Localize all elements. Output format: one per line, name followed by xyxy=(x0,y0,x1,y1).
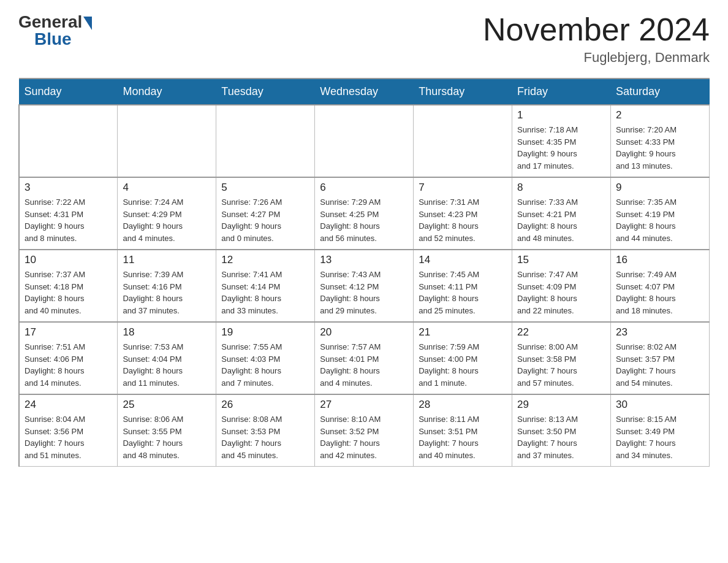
day-info: Sunrise: 8:00 AMSunset: 3:58 PMDaylight:… xyxy=(517,341,605,389)
day-info: Sunrise: 7:26 AMSunset: 4:27 PMDaylight:… xyxy=(221,196,309,244)
table-row: 29Sunrise: 8:13 AMSunset: 3:50 PMDayligh… xyxy=(512,394,611,467)
table-row: 22Sunrise: 8:00 AMSunset: 3:58 PMDayligh… xyxy=(512,322,611,394)
table-row: 27Sunrise: 8:10 AMSunset: 3:52 PMDayligh… xyxy=(315,394,414,467)
logo-triangle-icon xyxy=(83,17,92,30)
table-row: 11Sunrise: 7:39 AMSunset: 4:16 PMDayligh… xyxy=(118,250,216,322)
table-row: 18Sunrise: 7:53 AMSunset: 4:04 PMDayligh… xyxy=(118,322,216,394)
table-row xyxy=(216,105,315,177)
header-wednesday: Wednesday xyxy=(315,79,414,105)
table-row: 7Sunrise: 7:31 AMSunset: 4:23 PMDaylight… xyxy=(414,177,512,250)
day-info: Sunrise: 7:49 AMSunset: 4:07 PMDaylight:… xyxy=(616,269,704,316)
table-row xyxy=(414,105,512,177)
day-info: Sunrise: 7:35 AMSunset: 4:19 PMDaylight:… xyxy=(616,196,704,244)
day-number: 18 xyxy=(123,326,211,339)
day-info: Sunrise: 7:29 AMSunset: 4:25 PMDaylight:… xyxy=(320,196,408,244)
table-row: 17Sunrise: 7:51 AMSunset: 4:06 PMDayligh… xyxy=(19,322,118,394)
table-row: 24Sunrise: 8:04 AMSunset: 3:56 PMDayligh… xyxy=(19,394,118,467)
day-info: Sunrise: 8:02 AMSunset: 3:57 PMDaylight:… xyxy=(616,341,704,389)
day-info: Sunrise: 7:51 AMSunset: 4:06 PMDaylight:… xyxy=(25,341,112,389)
day-info: Sunrise: 8:11 AMSunset: 3:51 PMDaylight:… xyxy=(419,413,507,461)
day-number: 30 xyxy=(616,399,704,411)
header-thursday: Thursday xyxy=(414,79,512,105)
logo: General Blue xyxy=(18,12,92,49)
table-row: 5Sunrise: 7:26 AMSunset: 4:27 PMDaylight… xyxy=(216,177,315,250)
day-number: 10 xyxy=(25,254,112,266)
day-number: 23 xyxy=(616,326,704,339)
table-row: 25Sunrise: 8:06 AMSunset: 3:55 PMDayligh… xyxy=(118,394,216,467)
table-row: 9Sunrise: 7:35 AMSunset: 4:19 PMDaylight… xyxy=(611,177,710,250)
day-number: 19 xyxy=(221,326,309,339)
day-number: 16 xyxy=(616,254,704,266)
table-row xyxy=(315,105,414,177)
table-row: 21Sunrise: 7:59 AMSunset: 4:00 PMDayligh… xyxy=(414,322,512,394)
day-number: 26 xyxy=(221,399,309,411)
header-sunday: Sunday xyxy=(19,79,118,105)
table-row: 14Sunrise: 7:45 AMSunset: 4:11 PMDayligh… xyxy=(414,250,512,322)
day-info: Sunrise: 7:39 AMSunset: 4:16 PMDaylight:… xyxy=(123,269,211,316)
day-number: 29 xyxy=(517,399,605,411)
day-info: Sunrise: 7:31 AMSunset: 4:23 PMDaylight:… xyxy=(419,196,507,244)
day-info: Sunrise: 7:20 AMSunset: 4:33 PMDaylight:… xyxy=(616,124,704,172)
table-row: 20Sunrise: 7:57 AMSunset: 4:01 PMDayligh… xyxy=(315,322,414,394)
calendar-week-row: 17Sunrise: 7:51 AMSunset: 4:06 PMDayligh… xyxy=(19,322,710,394)
day-info: Sunrise: 8:10 AMSunset: 3:52 PMDaylight:… xyxy=(320,413,408,461)
header-tuesday: Tuesday xyxy=(216,79,315,105)
day-number: 21 xyxy=(419,326,507,339)
calendar-week-row: 10Sunrise: 7:37 AMSunset: 4:18 PMDayligh… xyxy=(19,250,710,322)
day-info: Sunrise: 8:04 AMSunset: 3:56 PMDaylight:… xyxy=(25,413,112,461)
day-number: 15 xyxy=(517,254,605,266)
table-row: 26Sunrise: 8:08 AMSunset: 3:53 PMDayligh… xyxy=(216,394,315,467)
table-row: 3Sunrise: 7:22 AMSunset: 4:31 PMDaylight… xyxy=(19,177,118,250)
day-info: Sunrise: 8:06 AMSunset: 3:55 PMDaylight:… xyxy=(123,413,211,461)
day-number: 24 xyxy=(25,399,112,411)
day-number: 28 xyxy=(419,399,507,411)
table-row: 13Sunrise: 7:43 AMSunset: 4:12 PMDayligh… xyxy=(315,250,414,322)
calendar-table: Sunday Monday Tuesday Wednesday Thursday… xyxy=(18,78,710,467)
day-number: 27 xyxy=(320,399,408,411)
calendar-week-row: 24Sunrise: 8:04 AMSunset: 3:56 PMDayligh… xyxy=(19,394,710,467)
day-info: Sunrise: 7:24 AMSunset: 4:29 PMDaylight:… xyxy=(123,196,211,244)
calendar-week-row: 3Sunrise: 7:22 AMSunset: 4:31 PMDaylight… xyxy=(19,177,710,250)
day-number: 4 xyxy=(123,182,211,194)
header-monday: Monday xyxy=(118,79,216,105)
day-number: 20 xyxy=(320,326,408,339)
month-title: November 2024 xyxy=(483,12,710,47)
page-header: General Blue November 2024 Fuglebjerg, D… xyxy=(18,12,710,66)
day-number: 13 xyxy=(320,254,408,266)
title-area: November 2024 Fuglebjerg, Denmark xyxy=(483,12,710,66)
header-friday: Friday xyxy=(512,79,611,105)
day-number: 12 xyxy=(221,254,309,266)
day-info: Sunrise: 7:18 AMSunset: 4:35 PMDaylight:… xyxy=(517,124,605,172)
table-row: 8Sunrise: 7:33 AMSunset: 4:21 PMDaylight… xyxy=(512,177,611,250)
day-number: 2 xyxy=(616,109,704,121)
table-row xyxy=(19,105,118,177)
calendar-week-row: 1Sunrise: 7:18 AMSunset: 4:35 PMDaylight… xyxy=(19,105,710,177)
table-row: 19Sunrise: 7:55 AMSunset: 4:03 PMDayligh… xyxy=(216,322,315,394)
day-info: Sunrise: 7:43 AMSunset: 4:12 PMDaylight:… xyxy=(320,269,408,316)
day-info: Sunrise: 7:47 AMSunset: 4:09 PMDaylight:… xyxy=(517,269,605,316)
day-number: 7 xyxy=(419,182,507,194)
day-number: 6 xyxy=(320,182,408,194)
day-info: Sunrise: 7:41 AMSunset: 4:14 PMDaylight:… xyxy=(221,269,309,316)
day-number: 25 xyxy=(123,399,211,411)
day-number: 9 xyxy=(616,182,704,194)
day-number: 1 xyxy=(517,109,605,121)
table-row: 16Sunrise: 7:49 AMSunset: 4:07 PMDayligh… xyxy=(611,250,710,322)
table-row: 12Sunrise: 7:41 AMSunset: 4:14 PMDayligh… xyxy=(216,250,315,322)
day-info: Sunrise: 7:55 AMSunset: 4:03 PMDaylight:… xyxy=(221,341,309,389)
day-info: Sunrise: 7:33 AMSunset: 4:21 PMDaylight:… xyxy=(517,196,605,244)
weekday-header-row: Sunday Monday Tuesday Wednesday Thursday… xyxy=(19,79,710,105)
table-row xyxy=(118,105,216,177)
table-row: 30Sunrise: 8:15 AMSunset: 3:49 PMDayligh… xyxy=(611,394,710,467)
day-info: Sunrise: 8:08 AMSunset: 3:53 PMDaylight:… xyxy=(221,413,309,461)
table-row: 23Sunrise: 8:02 AMSunset: 3:57 PMDayligh… xyxy=(611,322,710,394)
table-row: 1Sunrise: 7:18 AMSunset: 4:35 PMDaylight… xyxy=(512,105,611,177)
day-info: Sunrise: 7:22 AMSunset: 4:31 PMDaylight:… xyxy=(25,196,112,244)
day-info: Sunrise: 7:45 AMSunset: 4:11 PMDaylight:… xyxy=(419,269,507,316)
day-number: 11 xyxy=(123,254,211,266)
location: Fuglebjerg, Denmark xyxy=(483,50,710,66)
day-number: 8 xyxy=(517,182,605,194)
day-info: Sunrise: 7:59 AMSunset: 4:00 PMDaylight:… xyxy=(419,341,507,389)
day-number: 3 xyxy=(25,182,112,194)
day-info: Sunrise: 7:37 AMSunset: 4:18 PMDaylight:… xyxy=(25,269,112,316)
